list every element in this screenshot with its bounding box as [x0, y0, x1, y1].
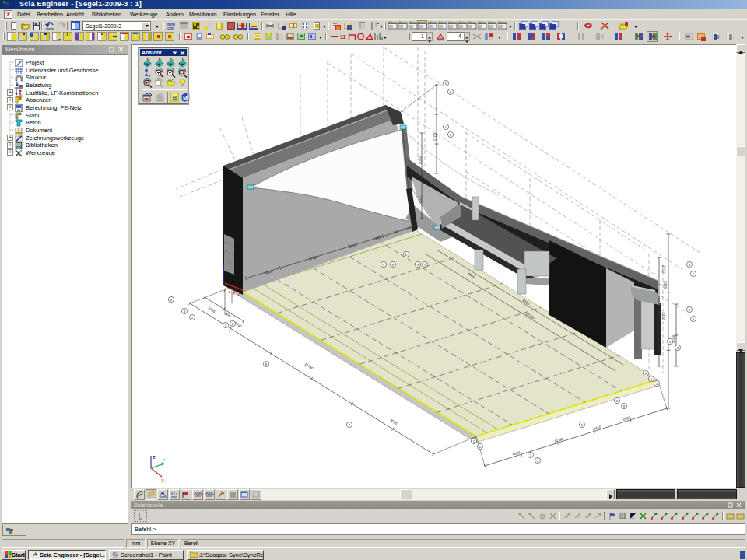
svg-text:ABC: ABC [194, 491, 202, 495]
svg-text:B: B [173, 94, 177, 101]
svg-text:4000: 4000 [512, 450, 521, 457]
svg-text:cm: cm [167, 26, 174, 30]
svg-text:6370: 6370 [433, 133, 437, 142]
svg-text:ABC: ABC [205, 491, 214, 495]
svg-text:Y: Y [163, 457, 166, 462]
svg-text:11: 11 [340, 34, 346, 40]
svg-text:2700: 2700 [661, 265, 665, 274]
svg-text:4000: 4000 [389, 418, 398, 426]
svg-text:X: X [161, 478, 164, 483]
svg-text:3410: 3410 [593, 425, 602, 431]
svg-text:Z: Z [153, 455, 156, 460]
svg-text:3230: 3230 [661, 312, 665, 320]
svg-text:2500: 2500 [418, 156, 422, 165]
svg-text:1: 1 [632, 515, 634, 520]
svg-text:M: M [183, 96, 188, 101]
svg-text:G: G [541, 514, 544, 519]
svg-text:2080: 2080 [663, 281, 667, 289]
svg-text:1700: 1700 [418, 195, 422, 204]
svg-text:1000: 1000 [207, 306, 216, 314]
svg-text:15780: 15780 [303, 362, 314, 371]
svg-text:2030: 2030 [622, 415, 632, 422]
svg-text:300: 300 [224, 312, 231, 318]
